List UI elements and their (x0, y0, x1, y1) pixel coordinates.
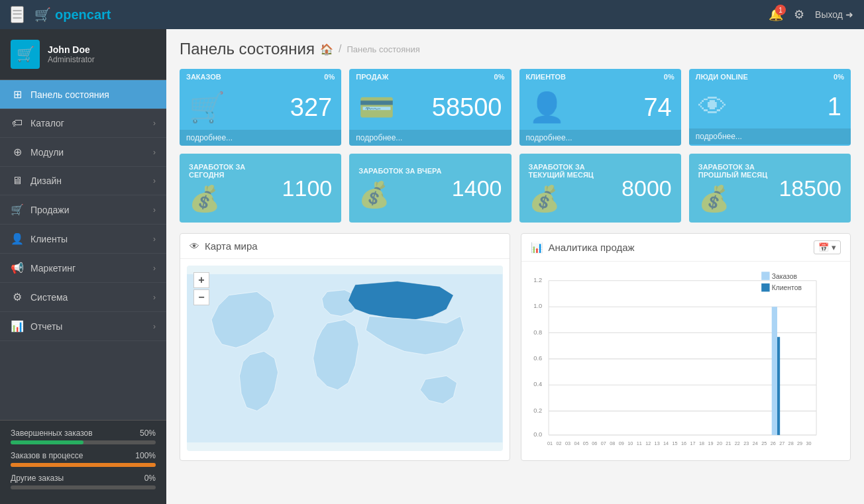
settings-button[interactable]: ⚙ (794, 7, 804, 22)
online-value: 1 (828, 93, 841, 121)
logo-text: opencart (55, 7, 111, 23)
clients-label: КЛИЕНТОВ (526, 73, 567, 81)
sidebar-label-catalog: Каталог (30, 118, 64, 128)
prev-month-label: ЗАРАБОТОК ЗА ПРОШЛЫЙ МЕСЯЦ (698, 163, 779, 179)
logout-icon: ➜ (845, 9, 853, 20)
svg-text:20: 20 (716, 440, 722, 446)
sidebar-item-sales[interactable]: 🛒 Продажи › (0, 195, 166, 225)
svg-text:14: 14 (663, 440, 669, 446)
stat-completed-percent: 50% (140, 428, 156, 438)
avatar: 🛒 (11, 40, 40, 69)
svg-text:22: 22 (734, 440, 739, 446)
chart-svg: Заказов Клиентов 1.2 1.0 0.8 0.6 0.4 0.2… (528, 268, 844, 454)
home-icon[interactable]: 🏠 (320, 43, 333, 56)
analytics-chart: Заказов Клиентов 1.2 1.0 0.8 0.6 0.4 0.2… (528, 268, 844, 454)
legend-orders-text: Заказов (771, 273, 797, 280)
yesterday-label: ЗАРАБОТОК ЗА ВЧЕРА (358, 167, 441, 175)
svg-text:1.0: 1.0 (533, 303, 542, 309)
earning-card-yesterday: ЗАРАБОТОК ЗА ВЧЕРА 💰 1400 (349, 154, 511, 223)
stat-card-online: ЛЮДИ ONLINE 0% 👁 1 подробнее... (689, 69, 851, 146)
design-icon: 🖥 (11, 175, 24, 187)
map-zoom-out-button[interactable]: − (193, 289, 209, 305)
stat-other: Другие заказы 0% (11, 474, 156, 489)
orders-icon: 🛒 (189, 90, 225, 125)
sales-value: 58500 (432, 93, 502, 122)
stat-processing-bar (11, 463, 156, 467)
sidebar-profile: 🛒 John Doe Administrator (0, 29, 166, 80)
svg-text:27: 27 (779, 440, 784, 446)
svg-text:18: 18 (698, 440, 704, 446)
sidebar-item-marketing[interactable]: 📢 Маркетинг › (0, 254, 166, 283)
notif-badge: 1 (775, 5, 786, 15)
logout-button[interactable]: Выход ➜ (815, 9, 853, 20)
svg-text:24: 24 (752, 440, 757, 446)
sales-label: ПРОДАЖ (356, 73, 388, 81)
sales-footer[interactable]: подробнее... (349, 130, 511, 146)
svg-text:21: 21 (726, 440, 731, 446)
svg-text:07: 07 (600, 440, 606, 446)
notifications-button[interactable]: 🔔 1 (769, 7, 783, 22)
sidebar-item-design[interactable]: 🖥 Дизайн › (0, 167, 166, 195)
sidebar-item-modules[interactable]: ⊕ Модули › (0, 138, 166, 167)
sidebar-label-design: Дизайн (30, 176, 62, 186)
stat-other-label: Другие заказы (11, 474, 64, 483)
map-panel: 👁 Карта мира + − (180, 233, 510, 461)
stat-card-orders: ЗАКАЗОВ 0% 🛒 327 подробнее... (180, 69, 341, 146)
online-percent: 0% (834, 73, 844, 81)
stat-cards-grid: ЗАКАЗОВ 0% 🛒 327 подробнее... ПРОДАЖ 0% … (180, 69, 851, 146)
sidebar-item-dashboard[interactable]: ⊞ Панель состояния (0, 80, 166, 109)
sales-percent: 0% (494, 73, 505, 81)
page-title: Панель состояния (180, 40, 315, 58)
sidebar-item-clients[interactable]: 👤 Клиенты › (0, 225, 166, 254)
sales-icon: 🛒 (11, 203, 24, 216)
design-arrow-icon: › (153, 176, 156, 185)
analytics-date-picker-button[interactable]: 📅 ▾ (814, 240, 841, 254)
stat-other-percent: 0% (144, 474, 156, 483)
orders-footer[interactable]: подробнее... (180, 130, 341, 146)
svg-text:10: 10 (627, 440, 633, 446)
bar-orders-25 (771, 307, 777, 435)
sidebar-label-sales: Продажи (30, 205, 69, 215)
legend-orders-color (761, 272, 769, 279)
marketing-icon: 📢 (11, 262, 24, 274)
earning-card-month: ЗАРАБОТОК ЗА ТЕКУЩИЙ МЕСЯЦ 💰 8000 (519, 154, 681, 223)
nav-right: 🔔 1 ⚙ Выход ➜ (769, 7, 853, 22)
earning-card-today: ЗАРАБОТОК ЗА СЕГОДНЯ 💰 1100 (180, 154, 341, 223)
breadcrumb-current: Панель состояния (347, 44, 419, 54)
clients-footer[interactable]: подробнее... (519, 130, 681, 146)
analytics-panel: 📊 Аналитика продаж 📅 ▾ Заказов Клиентов (521, 233, 851, 461)
profile-role: Administrator (48, 55, 95, 64)
modules-icon: ⊕ (11, 146, 24, 158)
svg-text:19: 19 (708, 440, 713, 446)
yesterday-value: 1400 (452, 176, 502, 201)
svg-text:23: 23 (743, 440, 749, 446)
online-footer[interactable]: подробнее... (689, 128, 851, 144)
stat-completed: Завершенных заказов 50% (11, 428, 156, 444)
catalog-icon: 🏷 (11, 117, 24, 129)
sidebar-navigation: ⊞ Панель состояния 🏷 Каталог › ⊕ Модули … (0, 80, 166, 420)
map-panel-header: 👁 Карта мира (180, 234, 510, 259)
reports-arrow-icon: › (153, 322, 156, 331)
sidebar-item-reports[interactable]: 📊 Отчеты › (0, 312, 166, 341)
svg-text:12: 12 (645, 440, 651, 446)
earning-card-prev-month: ЗАРАБОТОК ЗА ПРОШЛЫЙ МЕСЯЦ 💰 18500 (689, 154, 851, 223)
sidebar-item-catalog[interactable]: 🏷 Каталог › (0, 109, 166, 138)
svg-text:15: 15 (672, 440, 677, 446)
logo: 🛒 opencart (34, 7, 111, 23)
stat-processing: Заказов в процессе 100% (11, 451, 156, 467)
top-nav: ☰ 🛒 opencart 🔔 1 ⚙ Выход ➜ (0, 0, 864, 29)
map-zoom-in-button[interactable]: + (193, 272, 209, 288)
sidebar-label-system: Система (30, 292, 68, 303)
clients-arrow-icon: › (153, 234, 156, 244)
dashboard-icon: ⊞ (11, 88, 24, 101)
svg-text:29: 29 (797, 440, 802, 446)
svg-text:11: 11 (636, 440, 641, 446)
svg-text:16: 16 (680, 440, 686, 446)
sidebar-item-system[interactable]: ⚙ Система › (0, 283, 166, 312)
map-panel-title: Карта мира (205, 240, 258, 252)
earning-cards-grid: ЗАРАБОТОК ЗА СЕГОДНЯ 💰 1100 ЗАРАБОТОК ЗА… (180, 154, 851, 223)
svg-text:0.4: 0.4 (533, 381, 542, 387)
nav-left: ☰ 🛒 opencart (11, 6, 111, 23)
sidebar-label-marketing: Маркетинг (30, 263, 76, 274)
menu-toggle-button[interactable]: ☰ (11, 6, 24, 23)
